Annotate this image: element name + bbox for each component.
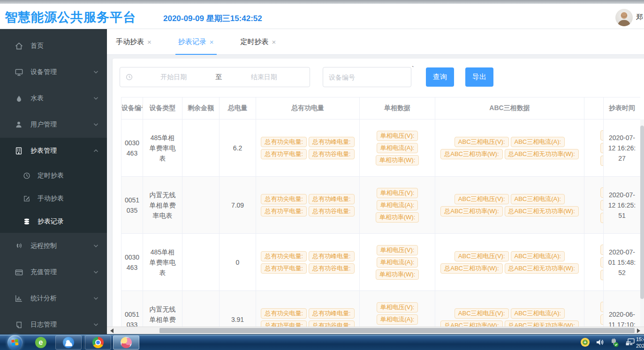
vertical-scrollbar[interactable]: [640, 119, 644, 327]
tab-label: 抄表记录: [178, 37, 206, 46]
sidebar-subitem-manual-reading[interactable]: 手动抄表: [0, 187, 107, 210]
col-header-extra: [584, 97, 603, 119]
network-icon[interactable]: [625, 338, 636, 347]
cell-total-energy: 7.09: [220, 177, 256, 233]
field-tag: 总有功尖电量:: [261, 308, 307, 319]
app-header: 智慧能源公共服务平台 2020-09-09 星期三15:42:52 郑: [0, 4, 644, 29]
sidebar-subitem-scheduled-reading[interactable]: 定时抄表: [0, 164, 107, 187]
cell-three-phase: ABC三相电压(V):ABC三相电流(A):总ABC三相功率(W):总ABC三相…: [435, 234, 584, 290]
usb-icon[interactable]: [610, 338, 619, 347]
horizontal-scrollbar-thumb[interactable]: [159, 328, 635, 333]
field-tag: 总ABC三相无功功率(W):: [505, 149, 579, 159]
col-header-three-phase: ABC三相数据: [435, 97, 584, 119]
volume-icon[interactable]: [596, 338, 605, 346]
cell-total-energy: 6.2: [220, 119, 256, 176]
cell-total-energy: 3.91: [220, 291, 256, 327]
meter-icon: [14, 146, 23, 156]
field-tag: 总有功平电量:: [261, 320, 307, 327]
field-tag: 单相电压(V):: [377, 245, 418, 255]
field-tag: 总ABC三相无功功率(W):: [505, 263, 579, 274]
col-header-read-time: 抄表时间: [603, 97, 640, 119]
date-range-picker[interactable]: 开始日期 至 结束日期: [120, 67, 310, 87]
tab-manual-reading[interactable]: 手动抄表 ×: [113, 29, 154, 54]
field-tag: 总有功平电量:: [261, 263, 307, 274]
header-datetime: 2020-09-09 星期三15:42:52: [163, 13, 262, 24]
sidebar-item-device-mgmt[interactable]: 设备管理: [0, 59, 107, 85]
export-button[interactable]: 导出: [465, 67, 493, 87]
clock-icon: [126, 74, 133, 81]
scroll-left-arrow-icon[interactable]: [108, 327, 115, 334]
sidebar-item-remote-control[interactable]: 远程控制: [0, 233, 107, 259]
user-name[interactable]: 郑: [636, 13, 644, 22]
field-tag: 总有功谷电量:: [309, 206, 355, 216]
horizontal-scrollbar[interactable]: [107, 327, 644, 334]
cell-extra: [584, 177, 603, 233]
chevron-down-icon: [93, 97, 98, 100]
clock-time: 15:42: [636, 336, 644, 343]
sidebar-item-water-meter[interactable]: 水表: [0, 85, 107, 112]
cell-read-time: 2020-07-12 16:25:51: [603, 177, 640, 233]
field-tag: 总有功谷电量:: [309, 263, 355, 274]
browser-360-icon[interactable]: e: [34, 336, 48, 349]
vertical-scrollbar-thumb[interactable]: [640, 126, 644, 299]
safety-360-tray-icon[interactable]: +: [581, 338, 590, 347]
chevron-down-icon: [93, 323, 98, 327]
cell-read-time: 2020-06-11 17:10:: [603, 291, 640, 327]
browser-qq-button[interactable]: [55, 335, 82, 350]
field-tag: 单相电压(V):: [377, 188, 418, 198]
field-tag: 总有功尖电量:: [261, 194, 307, 204]
sidebar-item-user-mgmt[interactable]: 用户管理: [0, 112, 107, 138]
end-date-input[interactable]: 结束日期: [224, 73, 304, 82]
sidebar-item-label: 水表: [30, 94, 93, 103]
stats-icon: [14, 294, 23, 303]
col-header-balance: 剩余金额: [182, 97, 220, 119]
sidebar-expanded-group: 抄表管理 定时抄表 手动抄表 抄表记: [0, 138, 107, 233]
field-tag: 总ABC三相功率(W):: [440, 263, 502, 274]
user-avatar[interactable]: [615, 9, 633, 26]
tab-reading-records[interactable]: 抄表记录 ×: [175, 29, 217, 54]
sidebar-item-meter-reading-mgmt[interactable]: 抄表管理: [0, 138, 107, 164]
sidebar-item-label: 抄表记录: [38, 217, 64, 226]
start-date-input[interactable]: 开始日期: [134, 73, 214, 82]
sidebar-subitem-reading-records[interactable]: 抄表记录: [0, 210, 107, 233]
field-tag: ABC三相电压(V):: [455, 137, 509, 147]
field-tag: 总ABC三相无功功率(W):: [505, 320, 579, 327]
field-tag: 总有功平电量:: [261, 206, 307, 216]
sidebar-item-home[interactable]: 首页: [0, 33, 107, 59]
cell-three-phase: ABC三相电压(V):ABC三相电流(A):总ABC三相功率(W):总ABC三相…: [435, 119, 584, 176]
query-button[interactable]: 查询: [426, 67, 454, 87]
close-icon[interactable]: ×: [147, 38, 152, 46]
field-tag: ABC三相电流(A):: [511, 137, 565, 147]
cell-single-phase: 单相电压(V):单相电流(A):单相功率(W):: [360, 119, 435, 176]
field-tag: 总ABC三相功率(W):: [440, 206, 502, 216]
field-tag: 总有功峰电量:: [309, 194, 355, 204]
sidebar-item-label: 手动抄表: [38, 194, 64, 203]
start-button[interactable]: [8, 335, 23, 350]
cell-device-type: 485单相单费率电表: [143, 234, 182, 290]
browser-chrome-button[interactable]: [85, 335, 111, 350]
chevron-down-icon: [93, 297, 98, 300]
chevron-down-icon: [93, 123, 98, 127]
water-icon: [14, 94, 23, 103]
cell-read-time: 2020-07-01 15:48:52: [603, 234, 640, 290]
cell-balance: [182, 177, 220, 233]
sidebar-item-statistics[interactable]: 统计分析: [0, 285, 107, 312]
field-tag: ABC三相电压(V):: [455, 251, 509, 261]
sidebar-item-recharge-mgmt[interactable]: 充值管理: [0, 259, 107, 285]
table-row: 0051035内置无线单相单费率电表7.09总有功尖电量:总有功峰电量:总有功平…: [121, 177, 640, 234]
scroll-right-arrow-icon[interactable]: [635, 327, 642, 334]
tab-scheduled-reading[interactable]: 定时抄表 ×: [238, 29, 279, 54]
taskbar-clock[interactable]: 15:42 2020/9/9: [636, 336, 644, 349]
close-icon[interactable]: ×: [272, 38, 276, 46]
field-tag: 单相功率(W):: [376, 155, 419, 165]
sidebar-item-label: 定时抄表: [38, 171, 64, 180]
close-icon[interactable]: ×: [210, 38, 214, 46]
chevron-down-icon: [93, 270, 98, 274]
chevron-down-icon: [93, 70, 98, 74]
device-number-input[interactable]: [323, 67, 411, 87]
device-icon: [14, 67, 23, 77]
records-icon: [23, 217, 31, 226]
qq-browser-icon: [63, 337, 74, 348]
photo-viewer-button[interactable]: [113, 335, 139, 350]
tab-label: 手动抄表: [116, 37, 144, 46]
